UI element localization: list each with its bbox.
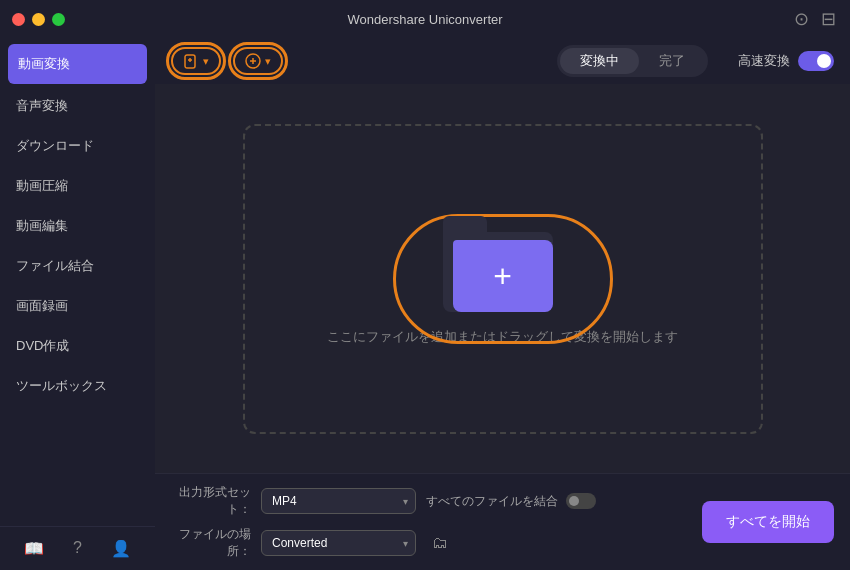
folder-icon: + (443, 212, 563, 312)
header-tabs: 変換中 完了 (557, 45, 708, 77)
drop-text: ここにファイルを追加またはドラッグして変換を開始します (327, 328, 678, 346)
speed-toggle[interactable] (798, 51, 834, 71)
app-title: Wondershare Uniconverter (347, 12, 502, 27)
merge-toggle[interactable] (566, 493, 596, 509)
maximize-button[interactable] (52, 13, 65, 26)
sidebar-item-edit[interactable]: 動画編集 (0, 206, 155, 246)
sidebar-item-dvd[interactable]: DVD作成 (0, 326, 155, 366)
drop-zone[interactable]: + ここにファイルを追加またはドラッグして変換を開始します (243, 124, 763, 434)
drop-zone-wrapper: + ここにファイルを追加またはドラッグして変換を開始します (155, 84, 850, 473)
sidebar: 動画変換 音声変換 ダウンロード 動画圧縮 動画編集 ファイル結合 画面録画 D… (0, 38, 155, 570)
sidebar-item-audio-convert[interactable]: 音声変換 (0, 86, 155, 126)
add-convert-icon (245, 53, 261, 69)
location-select-wrapper: Converted ▾ (261, 530, 416, 556)
add-convert-button[interactable]: ▾ (233, 47, 283, 75)
speed-label: 高速変換 (738, 52, 790, 70)
question-icon[interactable]: ? (73, 539, 82, 558)
book-icon[interactable]: 📖 (24, 539, 44, 558)
titlebar: Wondershare Uniconverter ⊙ ⊟ (0, 0, 850, 38)
sidebar-nav: 動画変換 音声変換 ダウンロード 動画圧縮 動画編集 ファイル結合 画面録画 D… (0, 38, 155, 526)
header-bar: ▾ ▾ 変換中 完了 高 (155, 38, 850, 84)
sidebar-bottom: 📖 ? 👤 (0, 526, 155, 570)
user-icon[interactable]: 👤 (111, 539, 131, 558)
footer-left: 出力形式セット： MP4 MKV AVI MOV ▾ すべてのファイルを結合 (171, 484, 686, 560)
start-all-button[interactable]: すべてを開始 (702, 501, 834, 543)
format-label: 出力形式セット： (171, 484, 251, 518)
minimize-button[interactable] (32, 13, 45, 26)
format-select-wrapper: MP4 MKV AVI MOV ▾ (261, 488, 416, 514)
sidebar-item-toolbox[interactable]: ツールボックス (0, 366, 155, 406)
close-button[interactable] (12, 13, 25, 26)
speed-toggle-group: 高速変換 (738, 51, 834, 71)
settings-icon[interactable]: ⊟ (821, 8, 836, 30)
tab-done[interactable]: 完了 (639, 48, 705, 74)
merge-label: すべてのファイルを結合 (426, 493, 558, 510)
folder-plus-icon: + (493, 260, 512, 292)
add-file-chevron: ▾ (203, 55, 209, 68)
tab-converting[interactable]: 変換中 (560, 48, 639, 74)
folder-front: + (453, 240, 553, 312)
sidebar-item-video-convert[interactable]: 動画変換 (8, 44, 147, 84)
add-convert-chevron: ▾ (265, 55, 271, 68)
sidebar-item-record[interactable]: 画面録画 (0, 286, 155, 326)
content-area: ▾ ▾ 変換中 完了 高 (155, 38, 850, 570)
format-select[interactable]: MP4 MKV AVI MOV (261, 488, 416, 514)
sidebar-item-merge[interactable]: ファイル結合 (0, 246, 155, 286)
sidebar-item-download[interactable]: ダウンロード (0, 126, 155, 166)
merge-toggle-group: すべてのファイルを結合 (426, 493, 596, 510)
location-label: ファイルの場所： (171, 526, 251, 560)
window-controls (12, 13, 65, 26)
user-icon[interactable]: ⊙ (794, 8, 809, 30)
location-select[interactable]: Converted (261, 530, 416, 556)
titlebar-icons: ⊙ ⊟ (794, 8, 836, 30)
footer-format-row: 出力形式セット： MP4 MKV AVI MOV ▾ すべてのファイルを結合 (171, 484, 686, 518)
footer-location-row: ファイルの場所： Converted ▾ 🗂 (171, 526, 686, 560)
add-file-icon (183, 53, 199, 69)
open-folder-icon[interactable]: 🗂 (432, 534, 448, 552)
footer-bar: 出力形式セット： MP4 MKV AVI MOV ▾ すべてのファイルを結合 (155, 473, 850, 570)
add-file-button[interactable]: ▾ (171, 47, 221, 75)
sidebar-item-compress[interactable]: 動画圧縮 (0, 166, 155, 206)
